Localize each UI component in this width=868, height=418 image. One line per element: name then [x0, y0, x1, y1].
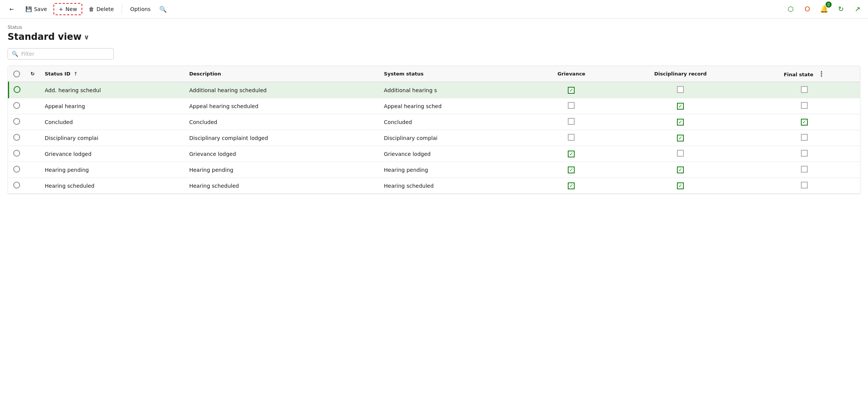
select-all-checkbox[interactable] — [13, 71, 20, 77]
office-icon: O — [805, 5, 810, 13]
delete-icon: 🗑 — [89, 6, 94, 12]
row-grievance-cell — [531, 130, 613, 146]
delete-button[interactable]: 🗑 Delete — [84, 3, 119, 15]
row-empty-cell — [25, 130, 40, 146]
checkbox[interactable] — [677, 119, 684, 126]
row-radio[interactable] — [13, 118, 20, 125]
checkbox[interactable] — [801, 119, 808, 126]
row-status-id: Appeal hearing — [40, 98, 185, 114]
table-row[interactable]: Hearing pendingHearing pendingHearing pe… — [9, 162, 860, 178]
checkbox[interactable] — [568, 118, 575, 125]
header-select-all-cell — [9, 66, 25, 82]
row-final-state-cell — [749, 178, 860, 194]
filter-input[interactable] — [21, 51, 110, 57]
checkbox[interactable] — [801, 182, 808, 189]
row-system-status: Disciplinary complai — [379, 130, 531, 146]
table-row[interactable]: Add. hearing schedulAdditional hearing s… — [9, 82, 860, 98]
row-disciplinary-cell — [612, 114, 749, 130]
power-apps-icon-button[interactable]: ⬡ — [785, 3, 797, 15]
table-row[interactable]: Hearing scheduledHearing scheduledHearin… — [9, 178, 860, 194]
row-grievance-cell — [531, 82, 613, 98]
page-label: Status — [8, 25, 860, 30]
refresh-icon: ↻ — [838, 5, 844, 13]
col-header-final-state: Final state ⋮ — [749, 66, 860, 82]
col-header-status-id[interactable]: Status ID ↑ — [40, 66, 185, 82]
open-external-icon: ↗ — [855, 5, 860, 13]
row-description: Grievance lodged — [185, 146, 379, 162]
row-empty-cell — [25, 146, 40, 162]
options-button[interactable]: Options — [125, 3, 155, 15]
save-button[interactable]: 💾 Save — [20, 3, 52, 15]
checkbox[interactable] — [568, 182, 575, 189]
table-row[interactable]: Grievance lodgedGrievance lodgedGrievanc… — [9, 146, 860, 162]
checkbox[interactable] — [801, 166, 808, 173]
row-system-status: Hearing pending — [379, 162, 531, 178]
table-row[interactable]: Disciplinary complaiDisciplinary complai… — [9, 130, 860, 146]
row-status-id: Concluded — [40, 114, 185, 130]
row-radio[interactable] — [13, 102, 20, 109]
checkbox[interactable] — [677, 103, 684, 110]
col-header-grievance: Grievance — [531, 66, 613, 82]
office-icon-button[interactable]: O — [801, 3, 813, 15]
row-grievance-cell — [531, 146, 613, 162]
row-status-id: Disciplinary complai — [40, 130, 185, 146]
row-status-id: Hearing pending — [40, 162, 185, 178]
row-disciplinary-cell — [612, 162, 749, 178]
checkbox[interactable] — [801, 134, 808, 141]
open-external-button[interactable]: ↗ — [851, 3, 863, 15]
table-row[interactable]: Appeal hearingAppeal hearing scheduledAp… — [9, 98, 860, 114]
table-row[interactable]: ConcludedConcludedConcluded — [9, 114, 860, 130]
row-select-cell — [9, 146, 25, 162]
row-empty-cell — [25, 178, 40, 194]
row-status-id: Hearing scheduled — [40, 178, 185, 194]
row-description: Hearing pending — [185, 162, 379, 178]
checkbox[interactable] — [677, 150, 684, 157]
row-disciplinary-cell — [612, 98, 749, 114]
table-wrapper: ↻ Status ID ↑ Description System status … — [8, 66, 860, 194]
checkbox[interactable] — [568, 102, 575, 109]
checkbox[interactable] — [801, 102, 808, 109]
page-title: Standard view ∨ — [8, 31, 860, 42]
checkbox[interactable] — [677, 167, 684, 173]
checkbox[interactable] — [568, 167, 575, 173]
row-final-state-cell — [749, 98, 860, 114]
row-final-state-cell — [749, 162, 860, 178]
refresh-button[interactable]: ↻ — [835, 3, 847, 15]
back-button[interactable]: ← — [5, 3, 19, 15]
checkbox[interactable] — [801, 86, 808, 93]
col-header-description: Description — [185, 66, 379, 82]
row-radio[interactable] — [14, 86, 20, 93]
header-refresh-cell: ↻ — [25, 66, 40, 82]
row-select-cell — [9, 130, 25, 146]
row-disciplinary-cell — [612, 146, 749, 162]
table-body: Add. hearing schedulAdditional hearing s… — [9, 82, 860, 194]
row-description: Appeal hearing scheduled — [185, 98, 379, 114]
checkbox[interactable] — [568, 87, 575, 94]
header-refresh-icon[interactable]: ↻ — [31, 71, 35, 77]
col-header-system-status: System status — [379, 66, 531, 82]
row-radio[interactable] — [13, 150, 20, 157]
column-options-icon[interactable]: ⋮ — [818, 70, 825, 78]
chevron-down-icon[interactable]: ∨ — [84, 33, 89, 41]
row-radio[interactable] — [13, 166, 20, 173]
row-radio[interactable] — [13, 134, 20, 141]
checkbox[interactable] — [677, 135, 684, 141]
checkbox[interactable] — [677, 86, 684, 93]
toolbar: ← 💾 Save + New 🗑 Delete Options 🔍 ⬡ O 🔔 … — [0, 0, 868, 19]
search-button[interactable]: 🔍 — [157, 3, 169, 15]
checkbox[interactable] — [568, 151, 575, 157]
row-description: Hearing scheduled — [185, 178, 379, 194]
checkbox[interactable] — [801, 150, 808, 157]
row-select-cell — [9, 114, 25, 130]
row-disciplinary-cell — [612, 178, 749, 194]
checkbox[interactable] — [677, 182, 684, 189]
checkbox[interactable] — [568, 134, 575, 141]
row-disciplinary-cell — [612, 82, 749, 98]
new-button[interactable]: + New — [53, 3, 82, 15]
row-system-status: Hearing scheduled — [379, 178, 531, 194]
row-empty-cell — [25, 114, 40, 130]
row-radio[interactable] — [13, 182, 20, 189]
row-system-status: Concluded — [379, 114, 531, 130]
row-system-status: Additional hearing s — [379, 82, 531, 98]
row-grievance-cell — [531, 114, 613, 130]
